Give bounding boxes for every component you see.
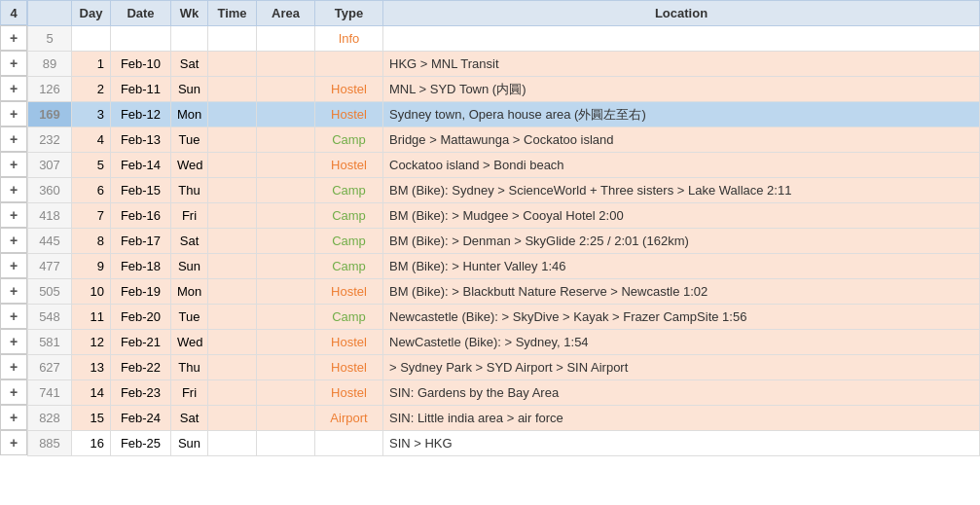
cell-day: 1 <box>72 52 111 77</box>
add-row-button[interactable]: + <box>0 430 27 455</box>
cell-wk: Thu <box>171 178 208 203</box>
add-row-button[interactable]: + <box>0 202 27 228</box>
add-row-button[interactable]: + <box>0 329 27 354</box>
table-wrapper: Day Date Wk Time Area Type Location 5Inf… <box>27 0 980 456</box>
cell-date: Feb-17 <box>111 229 171 254</box>
cell-day: 8 <box>72 229 111 254</box>
cell-wk: Mon <box>171 279 208 305</box>
cell-area <box>257 355 315 380</box>
col-date-header: Date <box>111 1 171 26</box>
add-row-button[interactable]: + <box>0 76 27 101</box>
cell-day: 7 <box>72 203 111 229</box>
add-row-button[interactable]: + <box>0 101 27 126</box>
add-row-button[interactable]: + <box>0 228 27 253</box>
cell-day: 12 <box>72 330 111 355</box>
cell-area <box>257 203 315 229</box>
table-row: 4187Feb-16FriCampBM (Bike): > Mudgee > C… <box>28 203 980 229</box>
cell-location <box>383 26 980 52</box>
cell-type: Camp <box>315 203 383 229</box>
table-row: 1693Feb-12MonHostelSydney town, Opera ho… <box>28 102 980 127</box>
col-time-header: Time <box>208 1 257 26</box>
cell-day: 9 <box>72 254 111 279</box>
cell-area <box>257 178 315 203</box>
add-row-button[interactable]: + <box>0 379 27 405</box>
cell-date: Feb-11 <box>111 77 171 102</box>
cell-type: Camp <box>315 178 383 203</box>
cell-day: 16 <box>72 431 111 456</box>
cell-area <box>257 77 315 102</box>
add-row-button[interactable]: + <box>0 354 27 379</box>
cell-time <box>208 380 257 406</box>
row-number: 828 <box>28 406 72 431</box>
cell-wk: Sun <box>171 431 208 456</box>
cell-date: Feb-18 <box>111 254 171 279</box>
cell-type: Hostel <box>315 355 383 380</box>
row-number: 126 <box>28 77 72 102</box>
table-body: 5Info891Feb-10SatHKG > MNL Transit1262Fe… <box>28 26 980 456</box>
cell-type: Hostel <box>315 153 383 178</box>
add-row-button[interactable]: + <box>0 278 27 304</box>
cell-area <box>257 406 315 431</box>
row-number: 169 <box>28 102 72 127</box>
row-number: 627 <box>28 355 72 380</box>
table-row: 4779Feb-18SunCampBM (Bike): > Hunter Val… <box>28 254 980 279</box>
cell-date: Feb-12 <box>111 102 171 127</box>
table-row: 74114Feb-23FriHostelSIN: Gardens by the … <box>28 380 980 406</box>
table-header-row: Day Date Wk Time Area Type Location <box>28 1 980 26</box>
col-location-header: Location <box>383 1 980 26</box>
table-row: 891Feb-10SatHKG > MNL Transit <box>28 52 980 77</box>
table-row: 54811Feb-20TueCampNewcastetle (Bike): > … <box>28 305 980 330</box>
cell-date: Feb-15 <box>111 178 171 203</box>
add-row-button[interactable]: + <box>0 405 27 430</box>
cell-time <box>208 52 257 77</box>
cell-time <box>208 305 257 330</box>
row-number: 232 <box>28 127 72 153</box>
cell-type: Camp <box>315 254 383 279</box>
cell-day: 6 <box>72 178 111 203</box>
cell-type: Hostel <box>315 330 383 355</box>
cell-day: 13 <box>72 355 111 380</box>
row-number: 548 <box>28 305 72 330</box>
row-number: 741 <box>28 380 72 406</box>
table-row: 4458Feb-17SatCampBM (Bike): > Denman > S… <box>28 229 980 254</box>
cell-location: MNL > SYD Town (内圓) <box>383 77 980 102</box>
cell-type: Camp <box>315 229 383 254</box>
row-number: 89 <box>28 52 72 77</box>
cell-type: Hostel <box>315 279 383 305</box>
cell-day: 4 <box>72 127 111 153</box>
cell-area <box>257 102 315 127</box>
cell-area <box>257 254 315 279</box>
cell-time <box>208 153 257 178</box>
add-row-button[interactable]: + <box>0 25 27 51</box>
cell-area <box>257 153 315 178</box>
cell-wk: Thu <box>171 355 208 380</box>
add-row-button[interactable]: + <box>0 51 27 76</box>
add-row-button[interactable]: + <box>0 253 27 278</box>
cell-area <box>257 431 315 456</box>
table-row: 82815Feb-24SatAirportSIN: Little india a… <box>28 406 980 431</box>
cell-day: 11 <box>72 305 111 330</box>
col-day-header: Day <box>72 1 111 26</box>
cell-time <box>208 102 257 127</box>
add-row-button[interactable]: + <box>0 126 27 152</box>
cell-time <box>208 26 257 52</box>
cell-wk: Tue <box>171 305 208 330</box>
cell-date: Feb-22 <box>111 355 171 380</box>
col-area-header: Area <box>257 1 315 26</box>
cell-day: 5 <box>72 153 111 178</box>
table-row: 58112Feb-21WedHostelNewCastetle (Bike): … <box>28 330 980 355</box>
cell-time <box>208 330 257 355</box>
col-rownum-header <box>28 1 72 26</box>
add-row-button[interactable]: + <box>0 177 27 202</box>
cell-location: Sydney town, Opera house area (外圓左至右) <box>383 102 980 127</box>
cell-location: SIN > HKG <box>383 431 980 456</box>
row-number: 445 <box>28 229 72 254</box>
add-row-button[interactable]: + <box>0 152 27 177</box>
cell-time <box>208 229 257 254</box>
cell-location: SIN: Gardens by the Bay Area <box>383 380 980 406</box>
cell-wk <box>171 26 208 52</box>
col4-header[interactable]: 4 <box>0 0 27 25</box>
cell-time <box>208 254 257 279</box>
data-table: Day Date Wk Time Area Type Location 5Inf… <box>27 0 980 456</box>
add-row-button[interactable]: + <box>0 304 27 329</box>
